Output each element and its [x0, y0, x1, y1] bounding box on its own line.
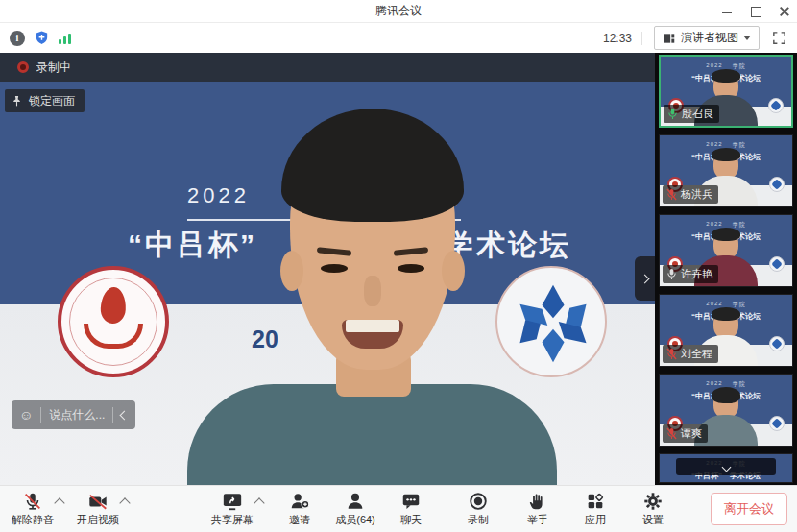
participant-name-tag: 许卉艳 — [663, 265, 718, 283]
slide-date-fragment: 20 — [252, 326, 278, 353]
presenter-face — [290, 116, 455, 370]
participant-name-tag: 殷召良 — [664, 105, 719, 123]
collapse-chat-icon[interactable] — [120, 410, 130, 420]
title-bar: 腾讯会议 — [0, 0, 797, 23]
scroll-more-participants-button[interactable] — [676, 458, 776, 475]
slide-cup-name: “中吕杯” — [128, 226, 257, 265]
participant-name: 殷召良 — [682, 107, 713, 121]
video-options-chevron[interactable] — [119, 497, 130, 508]
tencent-meeting-window: 腾讯会议 i 12:33 演讲者视图 — [0, 0, 797, 532]
active-speaker-video[interactable]: 2022 学院 “中吕杯” 学术论坛 20 — [0, 53, 655, 485]
members-button[interactable]: 成员(64) — [334, 491, 376, 527]
participant-tile[interactable]: 2022学院 “中吕杯”学术论坛 谭爽 — [659, 374, 793, 447]
status-bar: i 12:33 演讲者视图 — [0, 23, 797, 53]
recording-dot-icon — [17, 61, 29, 73]
meeting-info-icon[interactable]: i — [10, 31, 25, 46]
chat-input-placeholder[interactable]: 说点什么... — [49, 407, 105, 423]
participant-name: 谭爽 — [681, 426, 702, 441]
recording-label: 录制中 — [36, 60, 71, 76]
security-shield-icon[interactable] — [34, 30, 50, 46]
pin-icon — [11, 95, 23, 108]
record-icon — [468, 491, 489, 512]
record-button[interactable]: 录制 — [457, 491, 499, 527]
status-right: 12:33 演讲者视图 — [603, 26, 787, 50]
meeting-timer: 12:33 — [603, 32, 642, 45]
participant-tile[interactable]: 2022学院 “中吕杯”学术论坛 殷召良 — [659, 55, 793, 128]
close-button[interactable] — [778, 5, 791, 18]
participant-name: 杨洪兵 — [681, 187, 712, 202]
chat-button[interactable]: 聊天 — [390, 491, 432, 527]
member-person-icon — [345, 491, 366, 512]
mic-muted-icon — [666, 348, 677, 360]
mic-icon — [667, 108, 678, 120]
participant-tile-partial[interactable]: 2022学院 “中吕杯”学术论坛 — [659, 453, 793, 483]
mic-muted-icon — [666, 188, 677, 201]
view-mode-button[interactable]: 演讲者视图 — [654, 26, 760, 50]
slide-forum-name: 学术论坛 — [445, 226, 571, 265]
camera-off-icon — [86, 491, 109, 512]
mini-flower-icon — [768, 98, 784, 113]
apps-grid-icon — [585, 491, 606, 512]
mic-icon — [666, 268, 677, 280]
share-screen-icon — [221, 491, 244, 512]
unmute-button[interactable]: 解除静音 — [12, 491, 54, 527]
hide-sidebar-tab[interactable] — [635, 256, 655, 301]
participant-tile[interactable]: 2022学院 “中吕杯”学术论坛 刘全程 — [659, 294, 793, 367]
chevron-down-icon — [721, 462, 731, 472]
slide-year: 2022 — [187, 183, 250, 212]
participant-name: 许卉艳 — [681, 267, 712, 281]
mini-flower-icon — [769, 256, 785, 272]
participant-tile[interactable]: 2022学院 “中吕杯”学术论坛 许卉艳 — [659, 214, 793, 287]
maximize-button[interactable] — [749, 5, 762, 18]
main-area: 2022 学院 “中吕杯” 学术论坛 20 — [0, 53, 797, 485]
quick-chat-bar[interactable]: ☺ 说点什么... — [12, 400, 135, 429]
participant-name-tag: 杨洪兵 — [663, 185, 718, 204]
mini-flower-icon — [769, 336, 785, 351]
network-signal-icon[interactable] — [59, 33, 71, 44]
chat-bubble-icon — [400, 491, 422, 512]
leave-meeting-button[interactable]: 离开会议 — [711, 493, 787, 525]
raise-hand-button[interactable]: 举手 — [517, 491, 559, 527]
raised-hand-icon — [528, 491, 547, 512]
settings-button[interactable]: 设置 — [632, 491, 674, 527]
emoji-icon[interactable]: ☺ — [19, 407, 33, 423]
window-title: 腾讯会议 — [375, 3, 422, 19]
window-controls — [720, 0, 791, 23]
presenter-body — [187, 384, 557, 485]
participant-name-tag: 刘全程 — [663, 345, 718, 363]
participants-sidebar: 2022学院 “中吕杯”学术论坛 殷召良 2022学院 “中吕杯”学术论坛 — [655, 53, 797, 485]
minimize-button[interactable] — [720, 5, 734, 18]
forum-flower-logo — [495, 266, 607, 377]
audio-options-chevron[interactable] — [54, 497, 64, 508]
participant-name-tag: 谭爽 — [663, 424, 708, 443]
mic-muted-icon — [666, 427, 677, 440]
mini-flower-icon — [769, 177, 785, 192]
participant-tile[interactable]: 2022学院 “中吕杯”学术论坛 杨洪兵 — [659, 134, 793, 207]
view-mode-label: 演讲者视图 — [681, 30, 738, 46]
invite-button[interactable]: 邀请 — [278, 491, 321, 527]
mini-flower-icon — [769, 416, 785, 431]
lock-view-label: 锁定画面 — [29, 93, 75, 109]
layout-icon — [663, 32, 676, 45]
apps-button[interactable]: 应用 — [574, 491, 616, 527]
meeting-toolbar: 解除静音 开启视频 共享屏幕 邀请 成员(64) 聊天 录制 — [0, 485, 797, 532]
share-screen-button[interactable]: 共享屏幕 — [211, 491, 254, 527]
status-icons: i — [10, 30, 71, 46]
gear-icon — [642, 491, 664, 512]
participant-name: 刘全程 — [681, 347, 712, 361]
start-video-button[interactable]: 开启视频 — [77, 491, 119, 527]
lock-view-button[interactable]: 锁定画面 — [5, 89, 85, 112]
university-emblem-logo — [58, 266, 169, 377]
view-dropdown-caret — [743, 36, 751, 40]
recording-banner: 录制中 — [0, 53, 655, 82]
fullscreen-icon[interactable] — [771, 30, 787, 46]
chevron-right-icon — [640, 274, 650, 283]
mic-muted-icon — [22, 491, 43, 512]
invite-person-icon — [288, 491, 311, 512]
share-options-chevron[interactable] — [254, 497, 264, 508]
